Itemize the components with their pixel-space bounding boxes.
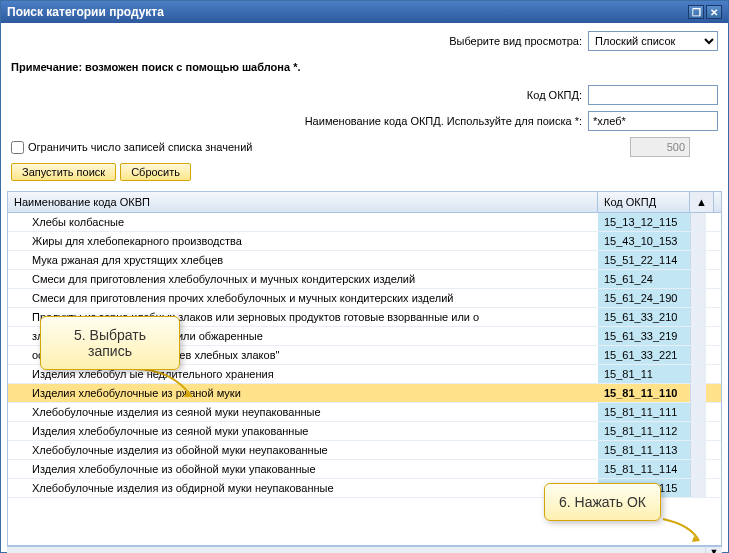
titlebar-buttons: ❐ ✕ [688, 5, 722, 19]
table-row[interactable]: Смеси для приготовления хлебобулочных и … [8, 270, 721, 289]
cell-name: Жиры для хлебопекарного производства [8, 232, 598, 250]
limit-input [630, 137, 690, 157]
grid-footer: ▼ [7, 546, 722, 553]
col-header-name[interactable]: Наименование кода ОКВП [8, 192, 598, 212]
code-row: Код ОКПД: [11, 85, 718, 105]
scroll-gutter [690, 460, 706, 478]
cell-name: Смеси для приготовления хлебобулочных и … [8, 270, 598, 288]
titlebar: Поиск категории продукта ❐ ✕ [1, 1, 728, 23]
window-title: Поиск категории продукта [7, 5, 164, 19]
callout-arrow-1 [132, 367, 202, 401]
scroll-gutter [690, 270, 706, 288]
table-row[interactable]: Изделия хлебобулочные из обойной муки уп… [8, 460, 721, 479]
scroll-gutter [690, 232, 706, 250]
scroll-gutter [690, 213, 706, 231]
cell-code: 15_61_33_219 [598, 327, 690, 345]
search-name-input[interactable] [588, 111, 718, 131]
scroll-gutter [690, 441, 706, 459]
table-row[interactable]: Хлебы колбасные15_13_12_115 [8, 213, 721, 232]
cell-code: 15_81_11_114 [598, 460, 690, 478]
cell-code: 15_43_10_153 [598, 232, 690, 250]
close-icon[interactable]: ✕ [706, 5, 722, 19]
cell-name: Изделия хлебобулочные из обойной муки уп… [8, 460, 598, 478]
limit-label: Ограничить число записей списка значений [28, 141, 252, 153]
cell-name: Изделия хлебобулочные из сеяной муки упа… [8, 422, 598, 440]
cell-code: 15_81_11_112 [598, 422, 690, 440]
cell-name: Хлебобулочные изделия из сеяной муки неу… [8, 403, 598, 421]
cell-name: Смеси для приготовления прочих хлебобуло… [8, 289, 598, 307]
scroll-up-icon[interactable]: ▲ [690, 192, 714, 212]
limit-row: Ограничить число записей списка значений [11, 137, 718, 157]
view-select-label: Выберите вид просмотра: [449, 35, 582, 47]
scroll-down-icon[interactable]: ▼ [706, 547, 722, 553]
name-label: Наименование кода ОКПД. Используйте для … [305, 115, 582, 127]
hscroll-track[interactable] [7, 547, 706, 553]
cell-code: 15_13_12_115 [598, 213, 690, 231]
col-header-code[interactable]: Код ОКПД [598, 192, 690, 212]
button-row: Запустить поиск Сбросить [11, 163, 718, 181]
search-button[interactable]: Запустить поиск [11, 163, 116, 181]
scroll-gutter [690, 308, 706, 326]
callout-select-record: 5. Выбрать запись [40, 316, 180, 370]
cell-code: 15_81_11_110 [598, 384, 690, 402]
view-select[interactable]: Плоский список [588, 31, 718, 51]
table-row[interactable]: Изделия хлебобулочные из сеяной муки упа… [8, 422, 721, 441]
search-note: Примечание: возможен поиск с помощью шаб… [11, 61, 718, 73]
view-select-row: Выберите вид просмотра: Плоский список [11, 31, 718, 51]
cell-code: 15_81_11_113 [598, 441, 690, 459]
callout-press-ok: 6. Нажать ОК [544, 483, 661, 521]
cell-code: 15_81_11 [598, 365, 690, 383]
table-row[interactable]: Жиры для хлебопекарного производства15_4… [8, 232, 721, 251]
callout-arrow-2 [661, 517, 703, 545]
grid-header: Наименование кода ОКВП Код ОКПД ▲ [8, 192, 721, 213]
table-row[interactable]: Хлебобулочные изделия из обойной муки не… [8, 441, 721, 460]
cell-code: 15_61_33_221 [598, 346, 690, 364]
scroll-gutter [690, 289, 706, 307]
code-input[interactable] [588, 85, 718, 105]
scroll-gutter [690, 365, 706, 383]
content-area: Выберите вид просмотра: Плоский список П… [1, 23, 728, 191]
code-label: Код ОКПД: [527, 89, 582, 101]
cell-name: Хлебы колбасные [8, 213, 598, 231]
scroll-gutter [690, 403, 706, 421]
cell-code: 15_51_22_114 [598, 251, 690, 269]
limit-checkbox[interactable] [11, 141, 24, 154]
cell-name: Изделия хлебобулочные из ржаной муки [8, 384, 598, 402]
maximize-icon[interactable]: ❐ [688, 5, 704, 19]
scroll-gutter [690, 479, 706, 497]
scroll-gutter [690, 384, 706, 402]
cell-code: 15_61_24_190 [598, 289, 690, 307]
table-row[interactable]: Изделия хлебобулочные из ржаной муки15_8… [8, 384, 721, 403]
cell-name: Хлебобулочные изделия из обдирной муки н… [8, 479, 598, 497]
cell-code: 15_81_11_111 [598, 403, 690, 421]
scroll-gutter [690, 346, 706, 364]
dialog-window: Поиск категории продукта ❐ ✕ Выберите ви… [0, 0, 729, 553]
reset-button[interactable]: Сбросить [120, 163, 191, 181]
name-row: Наименование кода ОКПД. Используйте для … [11, 111, 718, 131]
cell-code: 15_61_24 [598, 270, 690, 288]
table-row[interactable]: Мука ржаная для хрустящих хлебцев15_51_2… [8, 251, 721, 270]
cell-name: Хлебобулочные изделия из обойной муки не… [8, 441, 598, 459]
scroll-gutter [690, 422, 706, 440]
scroll-gutter [690, 251, 706, 269]
scroll-gutter [690, 327, 706, 345]
cell-name: Мука ржаная для хрустящих хлебцев [8, 251, 598, 269]
cell-code: 15_61_33_210 [598, 308, 690, 326]
table-row[interactable]: Смеси для приготовления прочих хлебобуло… [8, 289, 721, 308]
table-row[interactable]: Хлебобулочные изделия из сеяной муки неу… [8, 403, 721, 422]
